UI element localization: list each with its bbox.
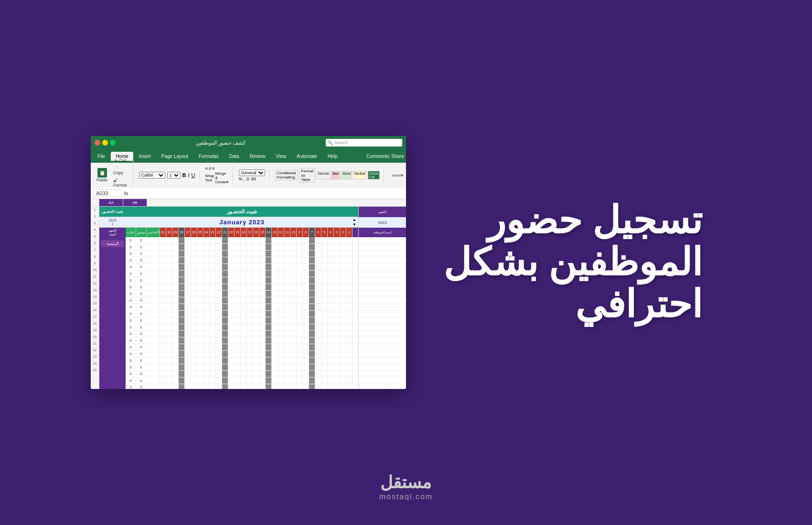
day-cell-19[interactable] — [235, 344, 241, 350]
day-cell-29[interactable] — [172, 344, 179, 350]
day-cell-9[interactable] — [297, 244, 303, 250]
day-cell-11[interactable] — [284, 351, 290, 357]
day-cell-22[interactable] — [216, 357, 222, 364]
day-cell-21[interactable] — [222, 378, 228, 384]
day-cell-19[interactable] — [235, 237, 241, 243]
day-cell-26[interactable] — [191, 244, 197, 250]
day-cell-31[interactable] — [160, 271, 166, 277]
day-cell-10[interactable] — [290, 257, 297, 263]
day-cell-17[interactable] — [247, 378, 253, 384]
day-cell-14[interactable] — [266, 324, 272, 330]
day-cell-24[interactable] — [203, 337, 210, 344]
day-cell-19[interactable] — [235, 364, 241, 370]
day-cell-2[interactable] — [340, 337, 346, 344]
day-cell-24[interactable] — [203, 284, 210, 290]
italic-button[interactable]: I — [188, 172, 190, 178]
day-cell-29[interactable] — [172, 264, 179, 270]
day-cell-15[interactable] — [259, 351, 266, 357]
day-cell-23[interactable] — [210, 351, 216, 357]
day-cell-5[interactable] — [321, 251, 328, 257]
day-cell-21[interactable] — [222, 284, 228, 290]
day-cell-27[interactable] — [185, 297, 191, 304]
day-cell-26[interactable] — [191, 384, 197, 389]
day-cell-27[interactable] — [185, 284, 191, 290]
day-cell-29[interactable] — [172, 304, 179, 310]
day-cell-13[interactable] — [272, 311, 278, 317]
day-cell-10[interactable] — [290, 284, 297, 290]
day-cell-15[interactable] — [259, 277, 266, 284]
day-cell-16[interactable] — [253, 371, 259, 377]
day-cell-29[interactable] — [172, 331, 179, 337]
day-cell-12[interactable] — [278, 371, 284, 377]
day-cell-25[interactable] — [197, 371, 203, 377]
day-cell-17[interactable] — [247, 364, 253, 370]
day-cell-13[interactable] — [272, 344, 278, 350]
day-cell-25[interactable] — [197, 291, 203, 297]
day-cell-9[interactable] — [297, 284, 303, 290]
day-cell-17[interactable] — [247, 357, 253, 364]
day-cell-12[interactable] — [278, 284, 284, 290]
day-cell-6[interactable] — [315, 384, 321, 389]
day-cell-5[interactable] — [321, 337, 328, 344]
day-cell-4[interactable] — [328, 311, 334, 317]
day-cell-8[interactable] — [303, 378, 309, 384]
day-cell-11[interactable] — [284, 337, 290, 344]
day-cell-8[interactable] — [303, 244, 309, 250]
day-cell-16[interactable] — [253, 331, 259, 337]
day-cell-31[interactable] — [160, 291, 166, 297]
day-cell-11[interactable] — [284, 324, 290, 330]
day-cell-13[interactable] — [272, 304, 278, 310]
day-cell-19[interactable] — [235, 371, 241, 377]
month-down-icon[interactable]: ▼ — [353, 222, 356, 227]
day-cell-1[interactable] — [346, 364, 353, 370]
day-cell-25[interactable] — [197, 324, 203, 330]
day-cell-16[interactable] — [253, 257, 259, 263]
day-cell-4[interactable] — [328, 304, 334, 310]
day-cell-23[interactable] — [210, 304, 216, 310]
day-cell-19[interactable] — [235, 337, 241, 344]
day-cell-3[interactable] — [334, 317, 340, 324]
day-cell-15[interactable] — [259, 291, 266, 297]
day-cell-6[interactable] — [315, 317, 321, 324]
day-cell-22[interactable] — [216, 317, 222, 324]
day-cell-26[interactable] — [191, 237, 197, 243]
day-cell-14[interactable] — [266, 371, 272, 377]
day-cell-31[interactable] — [160, 351, 166, 357]
day-cell-2[interactable] — [340, 284, 346, 290]
day-cell-19[interactable] — [235, 384, 241, 389]
day-cell-28[interactable] — [179, 378, 185, 384]
day-cell-26[interactable] — [191, 331, 197, 337]
day-cell-31[interactable] — [160, 244, 166, 250]
day-cell-29[interactable] — [172, 324, 179, 330]
day-cell-18[interactable] — [241, 297, 247, 304]
day-cell-2[interactable] — [340, 297, 346, 304]
day-cell-2[interactable] — [340, 384, 346, 389]
day-cell-18[interactable] — [241, 371, 247, 377]
day-cell-21[interactable] — [222, 251, 228, 257]
day-cell-4[interactable] — [328, 337, 334, 344]
day-cell-13[interactable] — [272, 331, 278, 337]
day-cell-26[interactable] — [191, 371, 197, 377]
day-cell-7[interactable] — [309, 277, 315, 284]
day-cell-19[interactable] — [235, 324, 241, 330]
day-cell-20[interactable] — [228, 331, 235, 337]
day-cell-27[interactable] — [185, 271, 191, 277]
day-cell-31[interactable] — [160, 378, 166, 384]
month-up-icon[interactable]: ▲ — [353, 218, 356, 222]
day-cell-22[interactable] — [216, 324, 222, 330]
day-cell-27[interactable] — [185, 317, 191, 324]
day-cell-15[interactable] — [259, 244, 266, 250]
day-cell-28[interactable] — [179, 317, 185, 324]
day-cell-21[interactable] — [222, 237, 228, 243]
day-cell-19[interactable] — [235, 271, 241, 277]
day-cell-24[interactable] — [203, 351, 210, 357]
day-cell-15[interactable] — [259, 364, 266, 370]
day-cell-25[interactable] — [197, 384, 203, 389]
day-cell-12[interactable] — [278, 384, 284, 389]
day-cell-1[interactable] — [346, 251, 353, 257]
day-cell-28[interactable] — [179, 257, 185, 263]
day-cell-31[interactable] — [160, 317, 166, 324]
day-cell-15[interactable] — [259, 304, 266, 310]
day-cell-22[interactable] — [216, 364, 222, 370]
day-cell-12[interactable] — [278, 331, 284, 337]
